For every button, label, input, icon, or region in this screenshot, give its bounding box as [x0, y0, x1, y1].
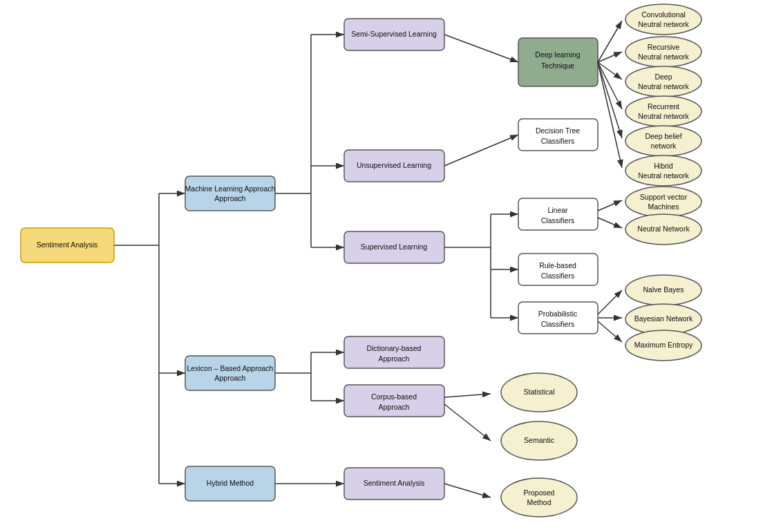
- deep-label: Deep learning: [535, 50, 581, 59]
- recurrent-label2: Neutral network: [638, 112, 689, 120]
- statistical-label: Statistical: [524, 388, 555, 396]
- svm-label2: Machines: [648, 202, 679, 211]
- svg-line-21: [598, 62, 622, 109]
- deepbelief-label: Deep belief: [645, 132, 681, 140]
- recurrent-label: Recurrent: [648, 102, 679, 111]
- linear-label: Linear: [547, 206, 568, 214]
- decision-label2: Classifiers: [541, 137, 574, 145]
- deepbelief-label2: network: [651, 142, 677, 150]
- svg-line-18: [598, 21, 622, 62]
- naive-label: Nalve Bayes: [643, 285, 684, 294]
- deep-label2: Technique: [541, 61, 574, 70]
- hibrid-label: Hibrid: [654, 162, 673, 170]
- svg-line-23: [598, 62, 622, 168]
- svg-line-36: [444, 484, 491, 497]
- semi-label: Semi-Supervised Learning: [351, 30, 437, 38]
- corpus-node: [344, 385, 444, 417]
- svg-line-24: [598, 200, 622, 211]
- deepnet-label: Deep: [654, 73, 672, 81]
- svm-label: Support vector: [640, 193, 688, 201]
- lexicon-label2: Approach: [215, 374, 246, 382]
- bayesian-label: Bayesian Network: [634, 314, 693, 323]
- neutralnet-label: Neutral Network: [637, 225, 690, 233]
- svg-line-26: [598, 290, 622, 314]
- dict-label: Dictionary-based: [367, 344, 422, 352]
- svg-line-22: [598, 62, 622, 138]
- proposed-label: Proposed: [524, 488, 555, 497]
- sup-label: Supervised Learning: [361, 243, 427, 251]
- hybrid-label: Hybrid Method: [207, 479, 254, 487]
- recursive-label: Recursive: [648, 43, 680, 51]
- hibrid-label2: Neutral network: [638, 171, 689, 180]
- dict-node: [344, 336, 444, 368]
- svg-line-19: [598, 52, 622, 62]
- svg-line-33: [444, 394, 491, 397]
- sentanalysis-label: Sentiment Analysis: [364, 479, 425, 487]
- cnn-label2: Neutral network: [638, 20, 689, 28]
- ml-label: Machine Learning Approach: [185, 184, 276, 193]
- proposed-label2: Method: [527, 498, 551, 506]
- lexicon-label: Lexicon – Based Approach: [187, 364, 274, 372]
- svg-line-28: [598, 321, 622, 342]
- linear-label2: Classifiers: [541, 216, 574, 225]
- ml-label2: Approach: [215, 194, 246, 202]
- prob-label2: Classifiers: [541, 320, 574, 328]
- rule-node: [518, 254, 598, 285]
- rule-label: Rule-based: [539, 261, 576, 269]
- prob-node: [518, 302, 598, 334]
- corpus-label: Corpus-based: [371, 392, 417, 401]
- prob-label: Probabilistic: [538, 310, 578, 318]
- unsup-label: Unsupervised Learning: [357, 161, 431, 169]
- decision-label: Decision Tree: [536, 126, 580, 135]
- decision-node: [518, 119, 598, 151]
- corpus-label2: Approach: [379, 403, 410, 411]
- deepnet-label2: Neutral network: [638, 82, 689, 91]
- dict-label2: Approach: [379, 354, 410, 363]
- linear-node: [518, 198, 598, 230]
- svg-line-34: [444, 404, 491, 441]
- recursive-label2: Neutral network: [638, 53, 689, 61]
- svg-line-12: [444, 135, 518, 166]
- semantic-label: Semantic: [524, 436, 554, 444]
- svg-line-25: [598, 218, 622, 228]
- cnn-label: Convolutional: [641, 10, 686, 19]
- rule-label2: Classifiers: [541, 272, 574, 280]
- maxentropy-label: Maximum Entropy: [634, 341, 693, 349]
- root-label: Sentiment Analysis: [37, 240, 98, 249]
- svg-line-11: [444, 35, 518, 62]
